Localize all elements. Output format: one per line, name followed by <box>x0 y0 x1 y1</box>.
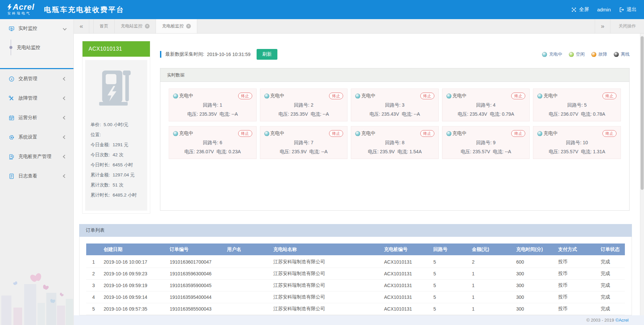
log-icon <box>9 173 14 179</box>
amount: 1 <box>469 303 514 315</box>
chevron-left-icon <box>63 116 66 119</box>
voltage-current-line: 电压: 235.9V电流: --A <box>264 149 343 155</box>
vertical-scrollbar[interactable] <box>640 34 644 315</box>
sidebar: 实时监控 充电站监控 ¥ 交易管理 故障管理 运营分析 <box>0 19 74 325</box>
sidebar-item-pile-assets[interactable]: 充电桩资产管理 <box>0 147 73 166</box>
amount: 1 <box>469 291 514 303</box>
user-name <box>224 268 271 279</box>
column-header: 充电桩编号 <box>381 243 431 256</box>
circuit-number: 1 <box>220 102 222 108</box>
column-header: 回路号 <box>431 243 469 256</box>
butterfly-icon <box>30 273 42 283</box>
status-dot-icon <box>614 52 619 57</box>
charging-status-dot-icon <box>173 94 178 99</box>
stat-line: 位置: <box>91 130 142 140</box>
terminate-button[interactable]: 终止 <box>329 93 343 99</box>
pile-id: ACX1010131 <box>381 291 431 303</box>
terminate-button[interactable]: 终止 <box>238 130 252 137</box>
tab-pile-monitor[interactable]: 充电桩监控 × <box>156 19 197 33</box>
table-row[interactable]: 4 2019-10-16 09:59:14 1910163595400044 江… <box>86 291 625 303</box>
sidebar-item-station-monitor[interactable]: 充电站监控 <box>0 38 73 57</box>
terminate-button[interactable]: 终止 <box>329 130 343 137</box>
sidebar-item-operations-analysis[interactable]: 运营分析 <box>0 108 73 127</box>
terminate-button[interactable]: 终止 <box>238 93 252 99</box>
charging-status-dot-icon <box>355 131 360 136</box>
charging-status-label: 充电中 <box>543 130 557 137</box>
close-tab-icon[interactable]: × <box>186 24 191 29</box>
create-date: 2019-10-16 10:00:17 <box>101 256 167 268</box>
tabs-scroll-left-button[interactable]: « <box>74 19 89 33</box>
circuit-card: 充电中 终止 回路号: 8 电压: 235.9V电流: 1.54A <box>351 126 439 159</box>
terminate-button[interactable]: 终止 <box>420 130 434 137</box>
charging-pile-icon <box>9 154 14 160</box>
circuit-card: 充电中 终止 回路号: 3 电压: 235.43V电流: --A <box>351 89 439 121</box>
logout-button[interactable]: 退出 <box>619 6 637 13</box>
stat-label: 累计金额: <box>91 172 110 177</box>
tabs-scroll-right-button[interactable]: » <box>595 19 610 33</box>
close-tab-icon[interactable]: × <box>145 24 150 29</box>
chevron-left-icon <box>63 96 66 100</box>
current-value: --A <box>414 111 420 117</box>
current-value: 0.78A <box>593 111 605 117</box>
stat-line: 今日次数:42 次 <box>91 150 142 160</box>
svg-text:¥: ¥ <box>10 77 13 80</box>
charging-status-label: 充电中 <box>179 93 193 99</box>
username[interactable]: admin <box>597 7 611 12</box>
stat-line: 单价:5.00 小时/元 <box>91 120 142 130</box>
sidebar-item-realtime-monitor[interactable]: 实时监控 <box>0 19 73 38</box>
stat-label: 今日次数: <box>91 152 110 157</box>
table-header-row: 创建日期订单编号用户名充电站名称充电桩编号回路号金额(元)充电时间(分)支付方式… <box>86 243 625 256</box>
sidebar-item-faults[interactable]: 故障管理 <box>0 89 73 108</box>
stat-label: 今日金额: <box>91 142 110 147</box>
circuit-number: 2 <box>311 102 313 108</box>
voltage-current-line: 电压: 235.57V电流: --A <box>446 149 526 155</box>
status-legend: 充电中 空闲 故障 离线 <box>542 51 630 57</box>
table-row[interactable]: 1 2019-10-16 10:00:17 1910163601700047 江… <box>86 256 625 268</box>
refresh-button[interactable]: 刷新 <box>257 49 277 60</box>
pile-id: ACX1010131 <box>381 256 431 268</box>
user-name <box>224 303 271 315</box>
terminate-button[interactable]: 终止 <box>420 93 434 99</box>
top-header: Acrel 安科瑞电气 电瓶车充电桩收费平台 全屏 admin 退出 <box>0 0 644 19</box>
sidebar-item-transactions[interactable]: ¥ 交易管理 <box>0 69 73 89</box>
stat-value: 1297.04 元 <box>113 172 135 177</box>
circuit-card: 充电中 终止 回路号: 10 电压: 235.57V电流: 1.31A <box>533 126 621 159</box>
create-date: 2019-10-16 09:59:19 <box>101 279 167 291</box>
legend-label: 离线 <box>621 51 630 57</box>
close-operations-menu[interactable]: 关闭操作 <box>610 19 644 33</box>
current-value: 1.31A <box>593 149 605 154</box>
tab-home[interactable]: 首页 <box>93 19 115 33</box>
table-row[interactable]: 3 2019-10-16 09:59:19 1910163595900045 江… <box>86 279 625 291</box>
terminate-button[interactable]: 终止 <box>602 93 616 99</box>
tabbar-right: » 关闭操作 <box>595 19 644 33</box>
order-list-title: 订单列表 <box>79 224 632 237</box>
table-row[interactable]: 5 2019-10-16 09:57:35 1910163585500043 江… <box>86 303 625 315</box>
sidebar-item-logs[interactable]: 日志查看 <box>0 166 73 186</box>
legend-label: 空闲 <box>576 51 585 57</box>
charging-status-label: 充电中 <box>452 93 467 99</box>
charging-status-dot-icon <box>355 94 360 99</box>
station-name: 江苏安科瑞制造有限公司 <box>271 268 381 279</box>
user-name <box>224 256 271 268</box>
scrollbar-thumb[interactable] <box>641 36 644 190</box>
brand-link[interactable]: ©Acrel <box>615 318 629 323</box>
sidebar-item-system-settings[interactable]: 系统设置 <box>0 127 73 147</box>
circuit-number-line: 回路号: 4 <box>446 102 526 108</box>
stat-line: 累计次数:51 次 <box>91 180 142 190</box>
station-name: 江苏安科瑞制造有限公司 <box>271 291 381 303</box>
charging-status-label: 充电中 <box>270 130 284 137</box>
footer: © 2003 - 2019 ©Acrel <box>74 315 644 325</box>
circuit-number-line: 回路号: 5 <box>537 102 616 108</box>
terminate-button[interactable]: 终止 <box>511 93 525 99</box>
table-row[interactable]: 2 2019-10-16 09:59:23 1910163596300046 江… <box>86 268 625 279</box>
station-name: 江苏安科瑞制造有限公司 <box>271 303 381 315</box>
terminate-button[interactable]: 终止 <box>602 130 616 137</box>
fullscreen-button[interactable]: 全屏 <box>571 6 589 13</box>
terminate-button[interactable]: 终止 <box>511 130 525 137</box>
pay-method: 投币 <box>555 291 598 303</box>
butterfly-icon <box>50 299 55 304</box>
tab-station-monitor[interactable]: 充电站监控 × <box>115 19 156 33</box>
charging-status-dot-icon <box>264 131 269 136</box>
stat-value: 51 次 <box>113 182 123 187</box>
row-number: 1 <box>86 256 101 268</box>
